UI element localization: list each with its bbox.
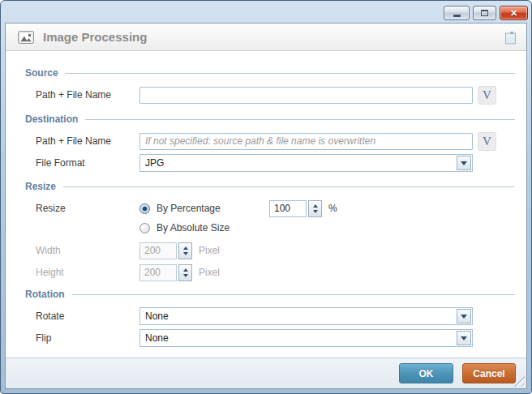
section-divider [63,186,515,187]
radio-selected-icon[interactable] [139,203,150,214]
maximize-icon [481,10,488,16]
dropdown-arrow-button[interactable] [457,156,471,170]
radio-unselected-icon[interactable] [139,223,150,233]
flip-value: None [140,330,456,346]
percentage-spinner [269,200,322,217]
by-absolute-label: By Absolute Size [157,222,230,233]
by-percentage-label: By Percentage [157,203,221,214]
resize-label: Resize [36,203,139,214]
flip-row: Flip None [25,329,515,347]
spinner-down-icon [183,252,188,255]
chevron-down-icon [461,161,467,165]
height-row: Height Pixel [25,263,515,281]
spinner-arrows[interactable] [178,242,192,259]
titlebar[interactable]: ✕ [1,1,531,23]
section-resize-label: Resize [25,181,56,192]
window-controls: ✕ [444,6,528,20]
spinner-down-icon [313,210,318,213]
dialog-body: Source Path + File Name V Destination Pa… [6,51,526,358]
section-divider [85,119,515,120]
dropdown-arrow-button[interactable] [457,331,471,345]
dialog-footer: OK Cancel [6,358,526,388]
close-icon: ✕ [510,9,517,18]
section-source: Source Path + File Name V [25,67,515,104]
section-divider [72,294,515,295]
section-source-label: Source [25,67,58,79]
spinner-down-icon [183,274,188,277]
resize-absolute-row: By Absolute Size [25,221,515,234]
cancel-button[interactable]: Cancel [462,363,516,383]
section-resize-title: Resize [25,181,515,192]
height-input[interactable] [139,264,177,281]
source-path-label: Path + File Name [36,89,139,101]
dropdown-arrow-button[interactable] [457,309,471,323]
file-format-dropdown[interactable]: JPG [139,154,473,172]
ok-button[interactable]: OK [399,363,453,383]
flip-label: Flip [36,332,139,344]
spinner-arrows[interactable] [178,264,192,281]
image-processing-dialog: Image Processing Source Path + File Name [5,23,527,389]
width-unit: Pixel [199,245,220,256]
chevron-down-icon [461,336,467,340]
spinner-arrows[interactable] [308,200,322,217]
section-resize: Resize Resize By Percentage [25,181,515,281]
height-label: Height [36,267,139,278]
destination-path-label: Path + File Name [36,135,139,147]
width-label: Width [36,245,139,256]
width-input[interactable] [139,242,177,259]
section-source-title: Source [25,67,515,79]
section-destination-title: Destination [25,113,515,125]
spinner-up-icon [313,204,318,208]
rotate-row: Rotate None [25,307,515,325]
file-format-label: File Format [36,157,139,169]
rotate-dropdown[interactable]: None [139,307,473,325]
percentage-input[interactable] [269,200,307,217]
rotate-label: Rotate [36,310,139,322]
section-rotation-label: Rotation [25,289,65,300]
minimize-icon [453,15,461,17]
maximize-button[interactable] [473,6,496,20]
source-path-input[interactable] [139,87,473,104]
minimize-button[interactable] [444,6,470,20]
destination-path-row: Path + File Name V [25,132,515,150]
rotate-value: None [140,308,456,324]
section-rotation-title: Rotation [25,289,515,300]
dialog-title: Image Processing [43,30,504,44]
flip-dropdown[interactable]: None [139,329,473,347]
file-format-row: File Format JPG [25,154,515,172]
close-button[interactable]: ✕ [500,6,528,20]
spinner-up-icon [183,268,188,272]
file-format-value: JPG [140,155,456,171]
height-unit: Pixel [199,267,220,278]
source-variable-button[interactable]: V [478,86,496,105]
source-path-row: Path + File Name V [25,86,515,104]
height-spinner [139,264,192,281]
note-icon[interactable] [504,30,517,45]
chevron-down-icon [461,315,467,319]
dialog-header: Image Processing [6,24,526,51]
section-destination: Destination Path + File Name V File Form… [25,113,515,172]
width-row: Width Pixel [25,242,515,259]
spinner-up-icon [183,246,188,250]
image-processing-window: ✕ Image Processing [0,0,532,394]
section-divider [66,73,515,74]
destination-variable-button[interactable]: V [478,132,496,151]
percentage-unit: % [328,203,337,214]
destination-path-input[interactable] [139,133,473,150]
by-absolute-radio-option[interactable]: By Absolute Size [139,222,269,233]
resize-percentage-row: Resize By Percentage % [25,199,515,217]
section-rotation: Rotation Rotate None Flip None [25,289,515,347]
by-percentage-radio-option[interactable]: By Percentage [139,203,269,214]
image-icon [18,31,34,44]
width-spinner [139,242,192,259]
section-destination-label: Destination [25,113,78,125]
